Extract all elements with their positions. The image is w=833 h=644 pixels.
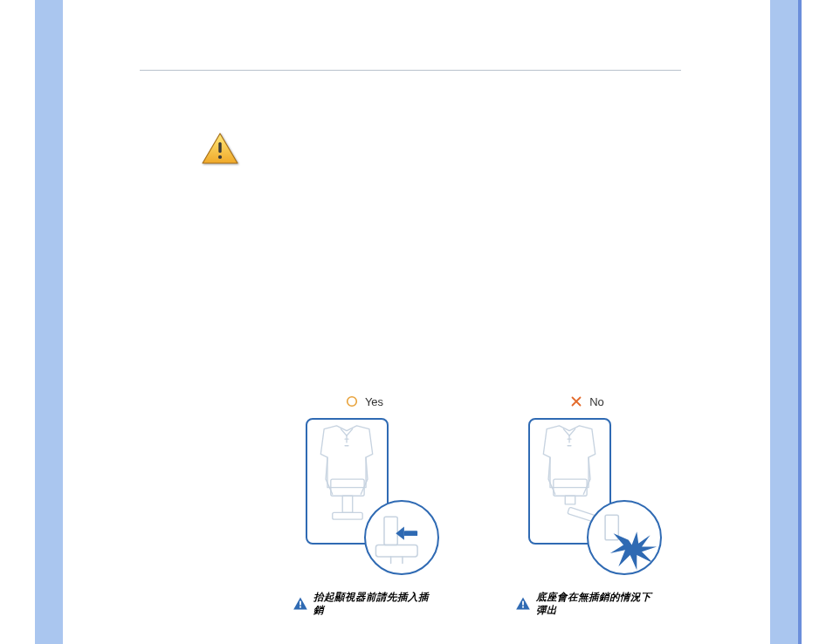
svg-rect-7 <box>375 545 417 557</box>
yes-panel <box>306 418 423 566</box>
yes-caption-row: 抬起顯視器前請先插入插銷 <box>293 591 437 617</box>
svg-point-2 <box>348 397 357 407</box>
margin-band-left <box>35 0 63 644</box>
content-area: Yes <box>140 70 681 617</box>
figures-row: Yes <box>293 394 681 617</box>
circle-yes-icon <box>346 395 358 408</box>
caution-icon <box>293 596 308 612</box>
svg-point-1 <box>218 155 222 159</box>
svg-rect-8 <box>404 531 417 536</box>
figure-yes: Yes <box>293 394 437 617</box>
no-caption-text: 底座會在無插銷的情況下彈出 <box>536 591 659 617</box>
yes-detail-circle <box>364 500 439 575</box>
no-label: No <box>589 395 604 408</box>
no-detail-circle <box>587 500 662 575</box>
svg-point-16 <box>522 606 524 608</box>
figure-no: No <box>515 394 659 617</box>
no-panel <box>528 418 646 566</box>
no-caption-row: 底座會在無插銷的情況下彈出 <box>515 591 659 617</box>
svg-rect-6 <box>384 517 397 545</box>
yes-label-row: Yes <box>346 394 383 409</box>
margin-edge-right <box>798 0 802 644</box>
warning-row <box>201 132 681 167</box>
svg-rect-0 <box>218 142 221 153</box>
margin-band-right <box>770 0 798 644</box>
svg-rect-12 <box>565 496 575 504</box>
yes-label: Yes <box>365 395 383 408</box>
svg-rect-4 <box>342 496 352 512</box>
cross-no-icon <box>570 395 582 408</box>
svg-rect-9 <box>299 601 301 606</box>
warning-triangle-icon <box>201 132 239 167</box>
no-label-row: No <box>570 394 604 409</box>
svg-point-10 <box>299 606 301 608</box>
horizontal-rule <box>140 70 681 71</box>
caution-icon <box>515 596 531 612</box>
yes-caption-text: 抬起顯視器前請先插入插銷 <box>313 591 437 617</box>
document-page: Yes <box>0 0 833 644</box>
svg-rect-15 <box>522 601 524 606</box>
svg-rect-5 <box>333 512 362 519</box>
